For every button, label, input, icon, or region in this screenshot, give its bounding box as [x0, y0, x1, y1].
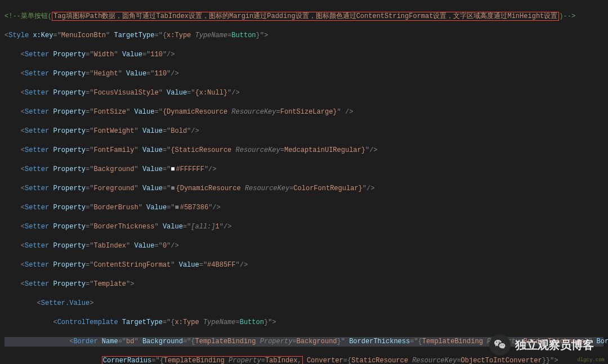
- watermark-text: 独立观察员博客: [515, 338, 594, 353]
- watermark-url: dlgcy.com: [577, 357, 605, 363]
- comment-highlight: Tag填图标Path数据，圆角可通过TabIndex设置，图标的Margin通过…: [52, 12, 559, 21]
- wechat-icon: [489, 334, 511, 356]
- watermark: 独立观察员博客: [489, 334, 594, 356]
- xaml-code-block: <!--菜单按钮(Tag填图标Path数据，圆角可通过TabIndex设置，图标…: [0, 0, 608, 364]
- highlight-corner-radius: CornerRadius="{TemplateBinding Property=…: [102, 356, 303, 364]
